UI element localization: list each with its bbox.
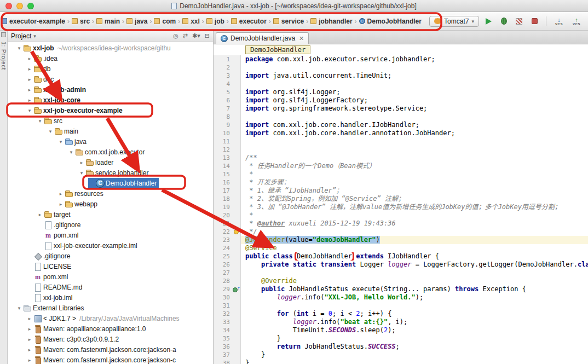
tree-item-readme-md[interactable]: README.md (8, 282, 213, 292)
code-line-21[interactable]: 21 * @author xuxueli 2015-12-19 19:43:36 (214, 219, 588, 228)
code-line-22[interactable]: 22 */ (214, 228, 588, 236)
code-line-4[interactable]: 4 (214, 80, 588, 88)
tree-item-jdk1-7[interactable]: ▸< JDK1.7 >/Library/Java/JavaVirtualMach… (8, 313, 213, 323)
tree-item-xxl-job-iml[interactable]: xxl-job.iml (8, 292, 213, 303)
tree-item-maven-aopalliance-aopalliance-1-0[interactable]: ▸Maven: aopalliance:aopalliance:1.0 (8, 323, 213, 334)
code-line-19[interactable]: 19 * 3、加 “@JobHander” 注解，注解value值为新增任务生成… (214, 203, 588, 211)
editor-breadcrumb-class[interactable]: DemoJobHandler (245, 45, 310, 54)
breadcrumb-item-demojobhandler[interactable]: DemoJobHandler (359, 18, 422, 25)
expand-arrow-icon[interactable]: ▸ (26, 347, 33, 353)
breadcrumb-item-executor[interactable]: executor (231, 18, 267, 25)
expand-arrow-icon[interactable]: ▸ (26, 326, 33, 332)
tree-item-gitignore[interactable]: .gitignore (8, 219, 213, 230)
collapse-all-icon[interactable]: ⇄ (183, 32, 188, 39)
expand-arrow-icon[interactable]: ▸ (57, 201, 65, 207)
bulb-icon[interactable] (234, 229, 239, 234)
run-button[interactable] (482, 15, 494, 27)
code-line-9[interactable]: 9import com.xxl.job.core.handler.IJobHan… (214, 121, 588, 129)
tree-item-xxl-job[interactable]: ▾xxl-job~/workspaces/idea-git-workspace/… (8, 43, 213, 53)
breadcrumb-item-service[interactable]: service (273, 18, 304, 25)
expand-arrow-icon[interactable]: ▾ (57, 139, 65, 145)
code-line-10[interactable]: 10import com.xxl.job.core.handler.annota… (214, 129, 588, 137)
expand-arrow-icon[interactable]: ▾ (47, 129, 54, 134)
tree-item-target[interactable]: ▸target (8, 209, 213, 219)
breadcrumb-item-executor-example[interactable]: executor-example (1, 18, 65, 25)
vcs-update-button[interactable]: ↓ VCS (552, 15, 566, 28)
code-line-16[interactable]: 16 * 开发步骤： (214, 178, 588, 187)
code-line-24[interactable]: 24@Service (214, 244, 588, 252)
coverage-button[interactable] (513, 15, 525, 27)
tree-item-pom-xml[interactable]: pom.xml (8, 271, 213, 282)
tree-item-license[interactable]: LICENSE (8, 261, 213, 271)
code-line-34[interactable]: 34 TimeUnit.SECONDS.sleep(2); (214, 326, 588, 334)
tree-item-com-xxl-job-executor[interactable]: ▾com.xxl.job.executor (8, 147, 213, 157)
tree-item-xxl-job-executor-example[interactable]: ▾xxl-job-executor-example (8, 105, 213, 115)
expand-arrow-icon[interactable]: ▾ (36, 118, 44, 124)
run-configuration-select[interactable]: Tomcat7 ▾ (429, 16, 479, 27)
code-line-11[interactable]: 11 (214, 137, 588, 146)
code-line-14[interactable]: 14 * 任务Handler的一个Demo（Bean模式） (214, 162, 588, 170)
code-line-26[interactable]: 26 private static transient Logger logge… (214, 261, 588, 269)
code-line-15[interactable]: 15 * (214, 170, 588, 178)
tree-item-maven-com-fasterxml-jackson-core-jackson-a[interactable]: ▸Maven: com.fasterxml.jackson.core:jacks… (8, 344, 213, 355)
tree-item-service-jobhandler[interactable]: ▾service.jobhandler (8, 167, 213, 178)
hide-panel-icon[interactable]: ⊟ (205, 32, 210, 39)
expand-arrow-icon[interactable]: ▾ (26, 108, 33, 113)
expand-arrow-icon[interactable]: ▾ (78, 170, 85, 176)
code-line-25[interactable]: 25public class DemoJobHandler extends IJ… (214, 252, 588, 261)
code-line-28[interactable]: 28 @Override (214, 277, 588, 285)
code-line-5[interactable]: 5import org.slf4j.Logger; (214, 88, 588, 96)
code-line-17[interactable]: 17 * 1、继承 “IJobHandler”； (214, 187, 588, 195)
tree-item-external-libraries[interactable]: ▾External Libraries (8, 303, 213, 313)
tree-item-java[interactable]: ▾java (8, 136, 213, 147)
code-area[interactable]: 1package com.xxl.job.executor.service.jo… (214, 55, 588, 364)
tree-item-main[interactable]: ▾main (8, 126, 213, 136)
expand-arrow-icon[interactable]: ▸ (26, 357, 33, 363)
expand-arrow-icon[interactable]: ▸ (26, 77, 33, 82)
code-line-6[interactable]: 6import org.slf4j.LoggerFactory; (214, 96, 588, 105)
code-line-8[interactable]: 8 (214, 113, 588, 121)
breadcrumb-item-job[interactable]: job (206, 18, 224, 25)
expand-arrow-icon[interactable]: ▸ (36, 212, 44, 217)
code-line-27[interactable]: 27 (214, 269, 588, 277)
breadcrumb-item-jobhandler[interactable]: jobhandler (310, 18, 352, 25)
expand-arrow-icon[interactable]: ▸ (78, 160, 85, 165)
code-line-32[interactable]: 32 for (int i = 0; i < 2; i++) { (214, 310, 588, 318)
code-line-18[interactable]: 18 * 2、装配到Spring，例如加 “@Service” 注解； (214, 195, 588, 203)
debug-button[interactable] (498, 15, 510, 27)
code-line-30[interactable]: 30 logger.info("XXL-JOB, Hello World."); (214, 293, 588, 302)
code-line-23[interactable]: 23@JobHander(value="demoJobHandler") (214, 236, 588, 244)
expand-arrow-icon[interactable]: ▸ (26, 56, 33, 61)
tree-item-pom-xml[interactable]: pom.xml (8, 230, 213, 240)
project-view-dropdown[interactable]: Project ▾ (11, 32, 36, 40)
breadcrumb-item-com[interactable]: com (154, 18, 176, 25)
vcs-commit-button[interactable]: ↑ VCS (569, 15, 584, 28)
tree-item-xxl-job-executor-example-iml[interactable]: xxl-job-executor-example.iml (8, 240, 213, 251)
breadcrumb-item-java[interactable]: java (126, 18, 147, 25)
expand-arrow-icon[interactable]: ▸ (26, 337, 33, 342)
gear-icon[interactable]: ✱▾ (192, 32, 200, 39)
code-line-29[interactable]: 29 public JobHandleStatus execute(String… (214, 285, 588, 293)
expand-arrow-icon[interactable]: ▸ (57, 191, 65, 197)
scroll-from-source-icon[interactable]: ◎ (173, 32, 178, 39)
code-line-3[interactable]: 3import java.util.concurrent.TimeUnit; (214, 72, 588, 80)
code-line-38[interactable]: 38} (214, 359, 588, 364)
tree-item-resources[interactable]: ▸resources (8, 188, 213, 199)
breadcrumb-item-xxl[interactable]: xxl (182, 18, 200, 25)
tree-item-db[interactable]: ▸db (8, 63, 213, 74)
expand-arrow-icon[interactable]: ▸ (26, 97, 33, 103)
tree-item-xxl-job-admin[interactable]: ▸xxl-job-admin (8, 84, 213, 95)
code-line-31[interactable]: 31 (214, 302, 588, 310)
code-line-1[interactable]: 1package com.xxl.job.executor.service.jo… (214, 55, 588, 63)
tree-item-maven-c3p0-c3p0-0-9-1-2[interactable]: ▸Maven: c3p0:c3p0:0.9.1.2 (8, 334, 213, 344)
code-line-35[interactable]: 35 } (214, 334, 588, 343)
tree-item-loader[interactable]: ▸loader (8, 157, 213, 167)
override-icon[interactable] (233, 287, 240, 292)
tree-item-demojobhandler[interactable]: DemoJobHandler (8, 178, 213, 188)
code-line-33[interactable]: 33 logger.info("beat at:{}", i); (214, 318, 588, 326)
code-line-37[interactable]: 37 } (214, 351, 588, 359)
tree-item-xxl-job-core[interactable]: ▸xxl-job-core (8, 95, 213, 105)
tree-item-src[interactable]: ▾src (8, 115, 213, 126)
tree-item-webapp[interactable]: ▸webapp (8, 199, 213, 209)
code-line-36[interactable]: 36 return JobHandleStatus.SUCCESS; (214, 343, 588, 351)
